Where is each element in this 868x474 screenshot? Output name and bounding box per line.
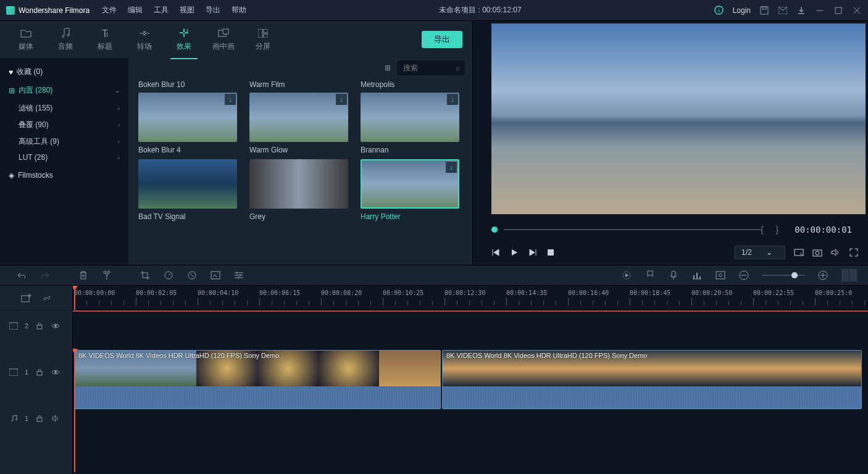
track-header-v2[interactable]: 2 [0,310,72,341]
save-icon[interactable] [759,6,769,15]
color-button[interactable] [182,268,202,283]
preview-monitor[interactable] [491,23,866,214]
quality-icon[interactable] [794,248,804,257]
sidebar-item-overlay[interactable]: 叠覆 (90)› [0,117,128,133]
keyframe-button[interactable] [710,268,731,283]
sidebar-item-filter[interactable]: 滤镜 (155)› [0,100,128,117]
tab-audio[interactable]: 音频 [46,28,85,52]
delete-button[interactable] [73,268,94,283]
track-v1[interactable]: 8K VIDEOS World 8K Videos HDR UltraHD (1… [73,349,868,410]
audio-mixer-button[interactable] [686,268,707,283]
video-clip[interactable]: 8K VIDEOS World 8K Videos HDR UltraHD (1… [74,350,441,409]
eye-icon[interactable] [51,321,61,331]
zoom-out-button[interactable] [733,268,754,283]
svg-point-19 [107,271,110,273]
filmstocks-link[interactable]: ◈Filmstocks [0,165,128,186]
undo-button[interactable] [11,268,32,283]
box-icon: ◈ [9,171,14,180]
lock-icon[interactable] [35,414,44,423]
zoom-slider[interactable] [762,275,805,276]
effect-item[interactable]: ↓Warm Glow [249,93,348,154]
download-badge-icon[interactable]: ↓ [447,94,458,105]
view-toggle[interactable] [841,269,857,281]
effect-item[interactable]: Bad TV Signal [138,159,237,221]
tracks-area[interactable]: 8K VIDEOS World 8K Videos HDR UltraHD (1… [73,312,868,474]
menu-view[interactable]: 视图 [180,5,194,15]
marker-button[interactable] [640,268,661,283]
info-icon[interactable]: i [714,6,724,15]
speaker-icon[interactable] [51,414,61,423]
tab-pip[interactable]: 画中画 [204,28,243,52]
download-badge-icon[interactable]: ↓ [336,94,347,105]
playhead[interactable] [74,286,75,310]
play-button[interactable] [510,248,519,257]
track-header-a1[interactable]: 1 [0,403,72,434]
favorites-header[interactable]: ♥收藏 (0) [0,63,128,81]
snapshot-icon[interactable] [812,248,822,257]
track-header-v1[interactable]: 1 [0,341,72,403]
menu-export[interactable]: 导出 [206,5,220,15]
export-button[interactable]: 导出 [422,31,462,48]
filmora-icon [6,6,15,15]
close-button[interactable] [852,6,862,15]
tab-split[interactable]: 分屏 [243,28,283,52]
svg-rect-31 [22,296,29,302]
builtin-category[interactable]: ⊞内置 (280) ⌄ [0,81,128,100]
maximize-button[interactable] [833,6,843,15]
login-button[interactable]: Login [733,6,751,15]
download-badge-icon[interactable]: ↓ [446,162,457,173]
zoom-in-button[interactable] [812,268,833,283]
effect-item[interactable]: Warm Film [249,80,348,89]
lock-icon[interactable] [35,321,44,331]
record-button[interactable] [663,268,684,283]
time-ruler[interactable]: 00:00:00:0000:00:02:0500:00:04:1000:00:0… [73,286,868,310]
effect-item[interactable]: Grey [249,159,348,221]
menu-tools[interactable]: 工具 [154,5,169,15]
download-icon[interactable] [796,6,806,15]
adjust-button[interactable] [228,268,249,283]
speed-button[interactable] [158,268,179,283]
tab-title[interactable]: TI标题 [85,28,125,52]
minimize-button[interactable] [815,6,825,15]
track-v2[interactable] [73,312,868,343]
effect-item[interactable]: ↓Bokeh Blur 4 [138,93,237,154]
effect-item[interactable]: ↓Brannan [361,93,459,154]
download-badge-icon[interactable]: ↓ [225,94,236,105]
redo-button[interactable] [35,268,56,283]
playhead-dot[interactable] [491,227,498,233]
timeline-canvas[interactable]: 00:00:00:0000:00:02:0500:00:04:1000:00:0… [73,286,868,474]
mail-icon[interactable] [778,6,788,15]
menu-edit[interactable]: 编辑 [128,5,143,15]
lock-icon[interactable] [35,367,44,377]
crop-button[interactable] [135,268,156,283]
search-input[interactable] [397,60,465,75]
render-button[interactable] [616,268,637,283]
add-track-icon[interactable] [21,293,32,303]
playhead-line[interactable] [74,349,75,472]
next-frame-button[interactable] [528,248,537,257]
effect-item[interactable]: Metropolis [361,80,459,89]
zoom-select[interactable]: 1/2 ⌄ [735,246,785,259]
menu-file[interactable]: 文件 [102,5,117,15]
effects-grid[interactable]: Bokeh Blur 10 Warm Film Metropolis ↓Boke… [128,78,472,265]
tab-transition[interactable]: 转场 [125,28,164,52]
sidebar-item-advanced[interactable]: 高级工具 (9)› [0,133,128,150]
effect-item[interactable]: ↓Harry Potter [361,159,459,221]
prev-frame-button[interactable] [491,248,500,257]
volume-icon[interactable] [831,248,841,257]
stop-button[interactable] [547,248,554,257]
effect-item[interactable]: Bokeh Blur 10 [138,80,237,89]
track-a1[interactable] [73,417,868,447]
eye-icon[interactable] [51,367,61,377]
grid-view-icon[interactable]: ⊞ [385,64,391,72]
fullscreen-icon[interactable] [849,248,858,257]
split-button[interactable] [96,268,117,283]
sidebar-item-lut[interactable]: LUT (26)› [0,150,128,165]
tab-media[interactable]: 媒体 [6,28,46,52]
tab-effect[interactable]: 效果 [164,28,204,52]
menu-help[interactable]: 帮助 [232,5,246,15]
video-clip[interactable]: 8K VIDEOS World 8K Videos HDR UltraHD (1… [442,350,862,409]
green-screen-button[interactable] [205,268,226,283]
preview-slider[interactable] [504,229,761,230]
link-icon[interactable] [42,293,52,303]
